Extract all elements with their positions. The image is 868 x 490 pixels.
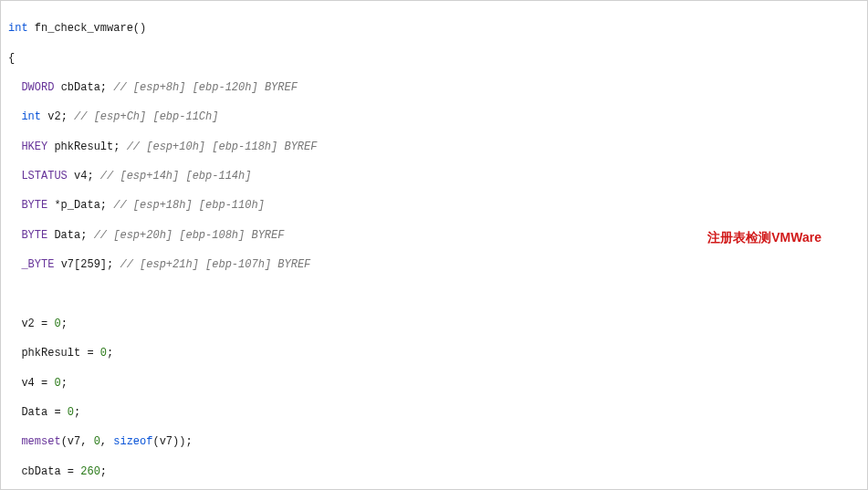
code-line: cbData = 260; — [8, 464, 860, 479]
comment: // [esp+Ch] [ebp-11Ch] — [74, 110, 218, 123]
code-line: phkResult = 0; — [8, 346, 860, 360]
comment: // [esp+20h] [ebp-108h] BYREF — [94, 229, 285, 242]
code-line: _BYTE v7[259]; // [esp+21h] [ebp-107h] B… — [8, 257, 860, 272]
code-line: v4 = 0; — [8, 376, 860, 391]
comment: // [esp+21h] [ebp-107h] BYREF — [120, 258, 310, 271]
blank-line — [8, 287, 860, 302]
annotation-label: 注册表检测VMWare — [707, 229, 821, 246]
code-line: BYTE *p_Data; // [esp+18h] [ebp-110h] — [8, 198, 860, 213]
code-line: LSTATUS v4; // [esp+14h] [ebp-114h] — [8, 169, 860, 183]
function-name: fn_check_vmware — [35, 22, 133, 35]
comment: // [esp+18h] [ebp-110h] — [113, 199, 265, 212]
comment: // [esp+8h] [ebp-120h] BYREF — [113, 81, 298, 94]
code-line: memset(v7, 0, sizeof(v7)); — [8, 434, 860, 449]
comment: // [esp+10h] [ebp-118h] BYREF — [127, 141, 318, 153]
code-line: int fn_check_vmware() — [8, 21, 860, 36]
code-line: HKEY phkResult; // [esp+10h] [ebp-118h] … — [8, 140, 860, 154]
code-line: DWORD cbData; // [esp+8h] [ebp-120h] BYR… — [8, 80, 860, 95]
code-line: { — [8, 51, 860, 66]
return-type: int — [8, 22, 28, 35]
code-line: v2 = 0; — [8, 317, 860, 331]
code-line: Data = 0; — [8, 405, 860, 420]
decompiled-code-view: int fn_check_vmware() { DWORD cbData; //… — [0, 0, 868, 490]
comment: // [esp+14h] [ebp-114h] — [100, 170, 252, 182]
code-line: int v2; // [esp+Ch] [ebp-11Ch] — [8, 109, 860, 124]
